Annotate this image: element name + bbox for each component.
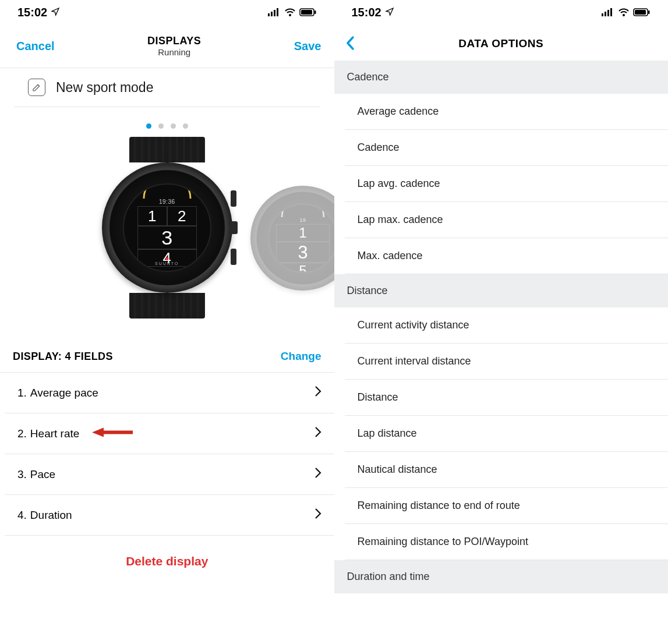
data-option-row[interactable]: Lap distance [345,416,669,452]
field-name: Average pace [30,387,98,399]
display-field-row[interactable]: 2.Heart rate [5,413,334,454]
svg-rect-17 [648,10,650,14]
data-option-row[interactable]: Lap max. cadence [345,202,669,238]
svg-rect-2 [274,10,275,16]
nav-header: DATA OPTIONS [334,24,669,61]
svg-rect-11 [605,12,606,16]
field-name: Pace [30,468,55,481]
chevron-right-icon [314,385,321,400]
nav-header: Cancel DISPLAYS Running Save [0,24,334,68]
status-time: 15:02 [17,6,47,19]
callout-arrow-icon [92,426,133,441]
watch-preview-next: 19 1 3 5 [250,186,334,291]
field-number: 1. [17,387,27,399]
chevron-right-icon [314,508,321,522]
change-button[interactable]: Change [281,350,321,363]
phone-displays-screen: 15:02 Cancel DISPLAYS Running Save [0,0,334,644]
data-option-row[interactable]: Remaining distance to end of route [345,488,669,524]
chevron-right-icon [314,467,321,482]
field-number: 3. [17,468,27,481]
header-title: DATA OPTIONS [458,37,543,50]
sport-mode-name: New sport mode [56,80,153,95]
page-indicator [0,107,334,137]
save-button[interactable]: Save [294,40,321,53]
svg-rect-1 [271,12,273,16]
watch-field: 3 [276,242,330,263]
back-button[interactable] [345,35,355,54]
page-dot[interactable] [146,123,151,129]
location-icon [385,6,394,19]
page-dot[interactable] [183,123,188,129]
cellular-signal-icon [268,6,281,19]
data-option-row[interactable]: Distance [345,380,669,416]
watch-preview-area[interactable]: 19:36 1 2 3 4 SUUNTO 19 1 [0,137,334,335]
status-bar: 15:02 [334,0,669,24]
wifi-icon [618,6,630,19]
svg-rect-10 [602,13,603,16]
edit-icon [28,79,45,96]
svg-rect-13 [610,8,612,16]
display-field-row[interactable]: 1.Average pace [5,373,334,413]
sport-mode-row[interactable]: New sport mode [14,68,320,107]
svg-rect-12 [607,10,609,16]
svg-point-4 [289,14,291,16]
battery-icon [633,6,651,19]
page-dot[interactable] [158,123,164,129]
svg-marker-9 [92,427,104,437]
field-number: 4. [17,509,27,522]
option-group-header: Distance [334,274,669,307]
status-time: 15:02 [352,6,381,19]
data-option-row[interactable]: Lap avg. cadence [345,166,669,202]
chevron-right-icon [314,426,321,441]
header-title: DISPLAYS [147,35,201,47]
display-field-row[interactable]: 4.Duration [5,495,334,536]
cancel-button[interactable]: Cancel [16,40,55,53]
page-dot[interactable] [171,123,176,129]
data-option-row[interactable]: Nautical distance [345,452,669,488]
svg-rect-16 [635,10,646,15]
option-group-header: Duration and time [334,560,669,593]
svg-rect-6 [301,10,312,15]
option-group-header: Cadence [334,61,669,94]
svg-rect-3 [277,8,278,16]
field-number: 2. [17,427,27,440]
watch-field: 3 [137,226,197,249]
data-option-row[interactable]: Remaining distance to POI/Waypoint [345,524,669,560]
header-subtitle: Running [147,47,201,57]
data-option-row[interactable]: Current interval distance [345,344,669,380]
watch-field: 1 [137,206,167,226]
watch-preview: 19:36 1 2 3 4 SUUNTO [100,137,234,319]
data-option-row[interactable]: Max. cadence [345,238,669,274]
display-field-row[interactable]: 3.Pace [5,454,334,495]
field-name: Duration [30,509,72,522]
watch-field: 1 [276,224,330,242]
delete-display-button[interactable]: Delete display [0,536,334,587]
data-option-row[interactable]: Average cadence [345,94,669,130]
svg-point-14 [623,14,625,16]
phone-data-options-screen: 15:02 DATA OPTIONS CadenceAverage cadenc… [334,0,669,644]
wifi-icon [284,6,296,19]
watch-brand: SUUNTO [155,257,179,266]
field-name: Heart rate [30,427,79,440]
watch-field: 5 [276,263,330,273]
display-fields-label: DISPLAY: 4 FIELDS [13,351,113,363]
data-option-row[interactable]: Cadence [345,130,669,166]
display-section-header: DISPLAY: 4 FIELDS Change [0,335,334,373]
svg-rect-7 [314,10,316,14]
cellular-signal-icon [602,6,614,19]
data-option-row[interactable]: Current activity distance [345,307,669,344]
status-bar: 15:02 [0,0,334,24]
watch-field: 2 [167,206,197,226]
svg-rect-0 [268,13,270,16]
battery-icon [299,6,317,19]
location-icon [51,6,60,19]
